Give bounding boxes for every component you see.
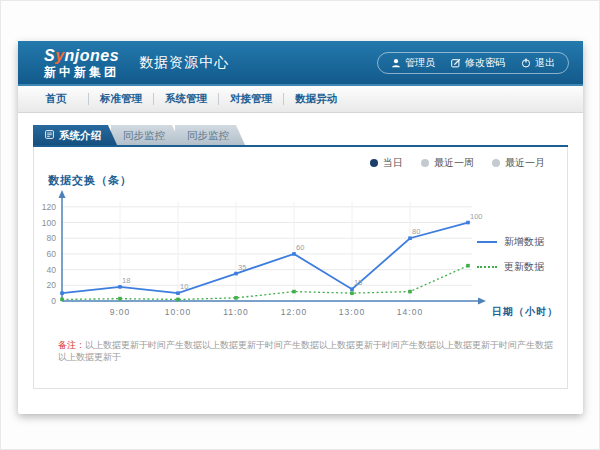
screen: Synjones 新中新集团 数据资源中心 管理员 修改密码: [0, 0, 600, 450]
tab-label: 同步监控: [187, 125, 229, 145]
nav-item-system-mgmt[interactable]: 系统管理: [154, 92, 218, 106]
svg-text:13:00: 13:00: [339, 307, 365, 317]
svg-text:60: 60: [47, 249, 57, 259]
radio-today[interactable]: 当日: [370, 156, 403, 170]
svg-text:日期（小时）: 日期（小时）: [492, 306, 552, 317]
power-icon: [521, 58, 531, 68]
legend-line-green: [477, 266, 497, 268]
app-window: Synjones 新中新集团 数据资源中心 管理员 修改密码: [18, 41, 583, 414]
radio-dot-selected: [370, 159, 378, 167]
tab-bar: 系统介绍 同步监控 同步监控: [33, 125, 568, 145]
nav-item-home[interactable]: 首页: [24, 92, 88, 106]
svg-text:12:00: 12:00: [281, 307, 307, 317]
legend-line-blue: [477, 241, 497, 243]
user-menu[interactable]: 管理员: [391, 56, 435, 70]
radio-last-month[interactable]: 最近一月: [492, 156, 545, 170]
logo-company-name: 新中新集团: [44, 66, 119, 78]
legend-item-new-data[interactable]: 新增数据: [477, 235, 563, 249]
nav-item-interface-mgmt[interactable]: 对接管理: [219, 92, 283, 106]
svg-text:14:00: 14:00: [397, 307, 423, 317]
edit-icon: [451, 58, 461, 68]
svg-text:9:00: 9:00: [110, 307, 131, 317]
user-toolbar: 管理员 修改密码 退出: [377, 52, 569, 74]
logo-text: Synjones: [44, 48, 119, 64]
legend-label: 新增数据: [504, 235, 544, 249]
svg-text:100: 100: [470, 212, 483, 221]
nav-item-standard-mgmt[interactable]: 标准管理: [89, 92, 153, 106]
change-password-label: 修改密码: [465, 56, 505, 70]
radio-label: 当日: [383, 156, 403, 170]
chart-legend: 新增数据 更新数据: [477, 235, 563, 285]
app-header: Synjones 新中新集团 数据资源中心 管理员 修改密码: [18, 41, 583, 86]
company-logo: Synjones 新中新集团: [44, 48, 119, 78]
footnote: 备注：以上数据更新于时间产生数据以上数据更新于时间产生数据以上数据更新于时间产生…: [58, 339, 555, 364]
user-icon: [391, 58, 401, 68]
svg-text:80: 80: [412, 227, 420, 236]
change-password-button[interactable]: 修改密码: [451, 56, 505, 70]
page-title: 数据资源中心: [139, 54, 229, 72]
logo-accent-letter: y: [55, 47, 64, 64]
tab-sync-monitor-1[interactable]: 同步监控: [111, 125, 181, 145]
footnote-label: 备注：: [58, 340, 85, 350]
svg-text:18: 18: [122, 276, 130, 285]
line-chart: 0204060801001209:0010:0011:0012:0013:001…: [40, 189, 552, 337]
user-name: 管理员: [405, 56, 435, 70]
chart-panel: 数据交换（条） 当日 最近一周 最近一月 0204060801: [33, 147, 568, 389]
time-range-filter: 当日 最近一周 最近一月: [370, 156, 545, 170]
svg-text:11:00: 11:00: [223, 307, 249, 317]
svg-text:80: 80: [47, 233, 57, 243]
legend-label: 更新数据: [504, 260, 544, 274]
svg-text:15: 15: [354, 278, 362, 287]
svg-text:0: 0: [51, 296, 56, 306]
radio-label: 最近一月: [505, 156, 545, 170]
svg-text:40: 40: [47, 265, 57, 275]
radio-label: 最近一周: [434, 156, 474, 170]
tab-label: 同步监控: [123, 125, 165, 145]
tab-label: 系统介绍: [59, 125, 101, 145]
content-area: 系统介绍 同步监控 同步监控 数据交换（条） 当日: [18, 113, 583, 389]
logout-button[interactable]: 退出: [521, 56, 555, 70]
document-icon: [45, 125, 54, 145]
main-nav: 首页 标准管理 系统管理 对接管理 数据异动: [18, 86, 583, 113]
svg-text:10: 10: [180, 282, 188, 291]
svg-text:10:00: 10:00: [165, 307, 191, 317]
nav-item-data-change[interactable]: 数据异动: [284, 92, 348, 106]
radio-dot: [421, 159, 429, 167]
y-axis-title: 数据交换（条）: [48, 173, 132, 188]
tab-system-intro[interactable]: 系统介绍: [33, 125, 117, 145]
legend-item-updated-data[interactable]: 更新数据: [477, 260, 563, 274]
radio-dot: [492, 159, 500, 167]
tab-sync-monitor-2[interactable]: 同步监控: [175, 125, 245, 145]
svg-text:100: 100: [42, 218, 56, 228]
svg-text:35: 35: [238, 263, 246, 272]
radio-last-week[interactable]: 最近一周: [421, 156, 474, 170]
svg-text:60: 60: [296, 243, 304, 252]
svg-text:120: 120: [42, 202, 56, 212]
footnote-text: 以上数据更新于时间产生数据以上数据更新于时间产生数据以上数据更新于时间产生数据以…: [58, 340, 553, 363]
logout-label: 退出: [535, 56, 555, 70]
svg-text:20: 20: [47, 280, 57, 290]
